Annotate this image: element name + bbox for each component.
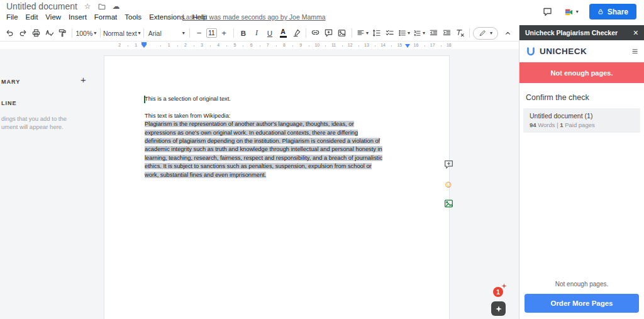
- panel-titlebar: Unicheck Plagiarism Checker ×: [519, 25, 644, 40]
- chevron-down-icon: ▾: [94, 31, 96, 36]
- doc-line[interactable]: [145, 103, 419, 111]
- document-check-item[interactable]: Untitled document (1) 94 Words | 1 Paid …: [523, 108, 640, 133]
- paragraph-style-select[interactable]: Normal text ▾: [104, 26, 140, 40]
- paint-format-button[interactable]: [56, 26, 69, 40]
- numbered-list-button[interactable]: ▾: [412, 26, 426, 40]
- ruler-number: 14: [375, 42, 391, 49]
- doc-line[interactable]: This text is taken from Wikipedia:: [145, 112, 419, 120]
- menu-item[interactable]: Tools: [121, 12, 145, 22]
- left-indent-marker[interactable]: [142, 42, 147, 45]
- font-size-increase-button[interactable]: +: [218, 26, 230, 40]
- ruler-number: 3: [194, 42, 210, 49]
- panel-footer: Not enough pages. Order More Pages: [519, 281, 644, 313]
- hide-menus-button[interactable]: [504, 29, 512, 37]
- image-icon: [443, 198, 454, 209]
- checklist-button[interactable]: [384, 26, 396, 40]
- unicheck-logo-icon: [526, 47, 536, 57]
- spellcheck-button[interactable]: [43, 26, 55, 40]
- editing-mode-button[interactable]: ▾: [473, 27, 498, 40]
- insert-link-button[interactable]: [309, 26, 322, 40]
- move-folder-icon[interactable]: [98, 3, 106, 10]
- chevron-down-icon: ▾: [423, 31, 425, 36]
- order-more-pages-button[interactable]: Order More Pages: [525, 294, 639, 313]
- margin-emoji-reaction-button[interactable]: ☺: [441, 177, 455, 191]
- unicheck-panel: Unicheck Plagiarism Checker × UNICHECK ≡…: [519, 25, 644, 319]
- ruler-number: 9: [292, 42, 309, 49]
- share-button-label: Share: [608, 8, 628, 16]
- doc-line[interactable]: academic integrity such as truth and kno…: [145, 145, 419, 154]
- ruler-number: 7: [260, 42, 276, 49]
- font-size-field[interactable]: 11: [206, 28, 217, 38]
- open-comments-button[interactable]: [542, 7, 553, 17]
- ruler-number: 10: [309, 42, 325, 49]
- panel-menu-button[interactable]: ≡: [632, 47, 638, 57]
- cloud-status-icon[interactable]: ☁: [113, 3, 120, 10]
- font-size-decrease-button[interactable]: −: [193, 26, 206, 40]
- right-indent-marker[interactable]: [405, 44, 410, 48]
- pencil-icon: [479, 29, 487, 37]
- doc-line[interactable]: Plagiarism is the representation of anot…: [145, 120, 419, 128]
- decrease-indent-button[interactable]: [427, 26, 440, 40]
- doc-line[interactable]: expressions as one's own original work. …: [145, 129, 419, 137]
- toolbar-separator: [72, 28, 72, 38]
- italic-button[interactable]: I: [250, 26, 263, 40]
- star-icon[interactable]: ☆: [84, 3, 91, 10]
- toolbar-separator: [306, 28, 306, 38]
- menu-item[interactable]: Edit: [22, 12, 42, 22]
- ruler-number: 1: [161, 42, 177, 49]
- doc-line[interactable]: work, substantial fines and even impriso…: [145, 171, 419, 179]
- margin-suggest-image-button[interactable]: [441, 196, 455, 210]
- document-page[interactable]: This is a selection of original text. Th…: [104, 55, 450, 319]
- smiley-icon: ☺: [443, 179, 453, 189]
- toolbar-separator: [352, 28, 352, 38]
- align-button[interactable]: ▾: [355, 26, 370, 40]
- doc-line[interactable]: learning, teaching, research, fairness, …: [145, 154, 419, 162]
- chevron-up-icon: [504, 29, 512, 37]
- menu-item[interactable]: Format: [91, 12, 121, 22]
- last-edit-link[interactable]: Last edit was made seconds ago by Joe Ma…: [182, 13, 326, 21]
- doc-line[interactable]: definitions of plagiarism depending on t…: [145, 137, 419, 145]
- doc-line[interactable]: This is a selection of original text.: [145, 95, 419, 103]
- highlight-color-button[interactable]: [290, 26, 303, 40]
- underline-button[interactable]: U: [264, 26, 276, 40]
- menu-item[interactable]: View: [42, 12, 65, 22]
- meet-button[interactable]: ▾: [564, 8, 579, 16]
- zoom-value: 100%: [75, 30, 92, 37]
- outline-help-text: dings that you add to the ument will app…: [1, 115, 67, 131]
- redo-button[interactable]: [16, 26, 29, 40]
- toolbar-separator: [100, 28, 101, 38]
- menu-bar: FileEditViewInsertFormatToolsExtensionsH…: [3, 12, 211, 22]
- font-select[interactable]: Arial ▾: [147, 26, 186, 40]
- ruler-number: 16: [408, 42, 424, 49]
- add-summary-button[interactable]: +: [80, 74, 86, 85]
- menu-item[interactable]: File: [3, 12, 22, 22]
- outline-panel-label: LINE: [1, 100, 17, 106]
- undo-button[interactable]: [3, 26, 16, 40]
- add-comment-button[interactable]: [323, 26, 335, 40]
- chevron-down-icon: ▾: [408, 31, 410, 36]
- line-spacing-button[interactable]: [370, 26, 383, 40]
- addon-notifications-button[interactable]: [491, 301, 506, 316]
- document-title[interactable]: Untitled document: [6, 1, 77, 11]
- check-item-title: Untitled document (1): [530, 112, 634, 120]
- confirm-check-heading: Confirm the check: [526, 93, 638, 102]
- ruler[interactable]: 21123456789101112131415161718: [0, 42, 519, 49]
- margin-add-comment-button[interactable]: [441, 157, 455, 171]
- print-button[interactable]: [30, 26, 42, 40]
- toolbar-separator: [189, 28, 190, 38]
- ruler-number: 8: [276, 42, 292, 49]
- menu-item[interactable]: Insert: [65, 12, 91, 22]
- close-panel-button[interactable]: ×: [633, 28, 638, 37]
- bold-button[interactable]: B: [237, 26, 250, 40]
- increase-indent-button[interactable]: [440, 26, 453, 40]
- insert-image-button[interactable]: [336, 26, 348, 40]
- doc-line[interactable]: ethics. It is subject to sanctions such …: [145, 162, 419, 171]
- clear-formatting-button[interactable]: [453, 26, 466, 40]
- margin-actions: ☺: [441, 157, 455, 210]
- lock-icon: [597, 8, 604, 15]
- not-enough-pages-alert: Not enough pages.: [519, 62, 644, 83]
- zoom-select[interactable]: 100% ▾: [75, 26, 97, 40]
- bulleted-list-button[interactable]: ▾: [397, 26, 411, 40]
- share-button[interactable]: Share: [589, 4, 636, 20]
- text-color-button[interactable]: A: [277, 26, 289, 40]
